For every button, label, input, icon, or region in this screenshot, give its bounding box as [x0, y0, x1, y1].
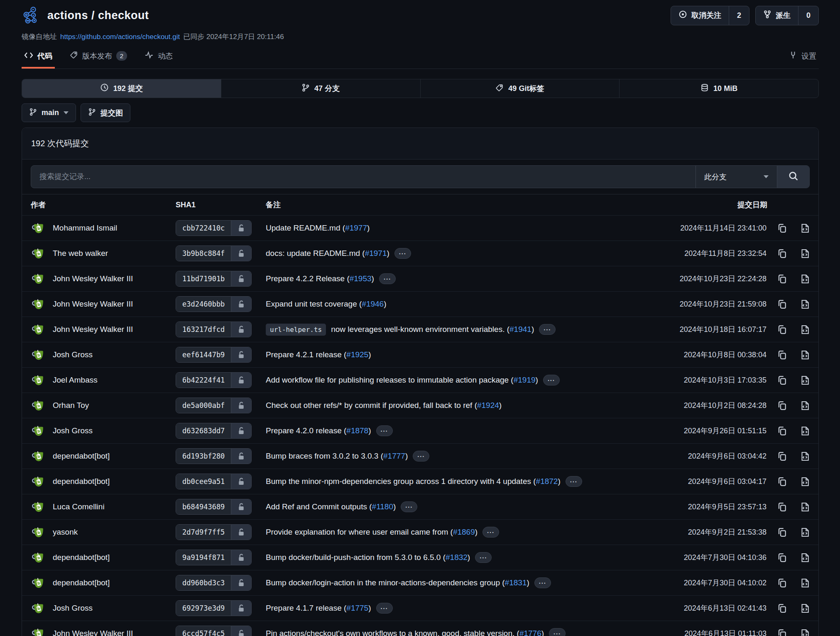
expand-commit-button[interactable]: ··· [394, 248, 411, 259]
commit-message-link[interactable]: Check out other refs/* by commit if prov… [266, 401, 502, 410]
expand-commit-button[interactable]: ··· [543, 375, 560, 386]
browse-source-button[interactable] [800, 476, 810, 487]
commit-message-link[interactable]: Update README.md (#1977) [266, 223, 370, 233]
tab-activity[interactable]: 动态 [142, 47, 175, 69]
copy-sha-button[interactable] [777, 223, 787, 233]
commit-message-link[interactable]: Bump the minor-npm-dependencies group ac… [266, 477, 561, 486]
commit-message-link[interactable]: Pin actions/checkout's own workflows to … [266, 629, 544, 636]
unwatch-button[interactable]: 取消关注 [671, 6, 729, 25]
copy-sha-button[interactable] [777, 553, 787, 563]
pr-link[interactable]: #1925 [346, 350, 368, 359]
commit-message-link[interactable]: Prepare 4.1.7 release (#1775) [266, 604, 371, 613]
commit-message-link[interactable]: now leverages well-known environment var… [331, 325, 534, 334]
pr-link[interactable]: #1180 [372, 502, 393, 511]
copy-sha-button[interactable] [777, 476, 787, 487]
pr-link[interactable]: #1919 [514, 376, 536, 384]
tab-code[interactable]: 代码 [22, 48, 55, 69]
commit-sha-badge[interactable]: 9a9194f871 [176, 550, 252, 565]
pr-link[interactable]: #1971 [365, 249, 387, 258]
copy-sha-button[interactable] [777, 400, 787, 411]
pr-link[interactable]: #1941 [509, 325, 531, 334]
browse-source-button[interactable] [800, 553, 810, 563]
mirror-url-link[interactable]: https://github.com/actions/checkout.git [60, 33, 180, 41]
expand-commit-button[interactable]: ··· [482, 527, 499, 538]
commit-author-cell[interactable]: b dependabot[bot] [31, 550, 176, 565]
browse-source-button[interactable] [800, 350, 810, 360]
pr-link[interactable]: #1831 [505, 578, 527, 587]
commit-message-link[interactable]: Add Ref and Commit outputs (#1180) [266, 502, 396, 511]
expand-commit-button[interactable]: ··· [376, 603, 393, 614]
tab-releases[interactable]: 版本发布 2 [67, 47, 130, 69]
commit-author-cell[interactable]: b yasonk [31, 524, 176, 540]
browse-source-button[interactable] [800, 527, 810, 538]
stat-branches[interactable]: 47 分支 [221, 79, 420, 98]
pr-link[interactable]: #1878 [346, 426, 368, 435]
copy-sha-button[interactable] [777, 502, 787, 512]
copy-sha-button[interactable] [777, 451, 787, 462]
commit-author-cell[interactable]: b John Wesley Walker III [31, 296, 176, 312]
commit-sha-badge[interactable]: 11bd71901b [176, 271, 252, 287]
commit-author-cell[interactable]: b John Wesley Walker III [31, 271, 176, 287]
pr-link[interactable]: #1953 [350, 274, 372, 283]
branch-filter-select[interactable]: 此分支 [696, 166, 777, 188]
commit-sha-badge[interactable]: 6ccd57f4c5 [176, 626, 252, 636]
commit-sha-badge[interactable]: e3d2460bbb [176, 296, 252, 312]
browse-source-button[interactable] [800, 451, 810, 462]
commit-message-link[interactable]: Provide explanation for where user email… [266, 528, 478, 537]
commit-author-cell[interactable]: b dependabot[bot] [31, 575, 176, 591]
copy-sha-button[interactable] [777, 426, 787, 436]
commit-sha-badge[interactable]: 6b42224f41 [176, 372, 252, 388]
commit-message-link[interactable]: Prepare 4.2.2 Release (#1953) [266, 274, 374, 283]
commit-sha-badge[interactable]: 2d7d9f7ff5 [176, 524, 252, 540]
pr-link[interactable]: #1946 [362, 300, 384, 308]
commit-author-cell[interactable]: b Luca Comellini [31, 499, 176, 515]
commit-sha-badge[interactable]: db0cee9a51 [176, 474, 252, 489]
pr-link[interactable]: #1776 [519, 629, 541, 636]
browse-source-button[interactable] [800, 629, 810, 636]
commit-message-link[interactable]: Bump docker/login-action in the minor-ac… [266, 578, 529, 587]
commit-sha-badge[interactable]: 6d193bf280 [176, 448, 252, 464]
commit-author-cell[interactable]: b dependabot[bot] [31, 448, 176, 464]
commit-sha-badge[interactable]: cbb722410c [176, 220, 252, 236]
commit-sha-badge[interactable]: 692973e3d9 [176, 600, 252, 616]
pr-link[interactable]: #1775 [346, 604, 368, 612]
expand-commit-button[interactable]: ··· [549, 628, 566, 636]
pr-link[interactable]: #1872 [536, 477, 558, 486]
commit-sha-badge[interactable]: dd960bd3c3 [176, 575, 252, 591]
commit-author-cell[interactable]: b The web walker [31, 246, 176, 261]
browse-source-button[interactable] [800, 274, 810, 284]
expand-commit-button[interactable]: ··· [376, 425, 393, 436]
expand-commit-button[interactable]: ··· [539, 324, 556, 335]
fork-button[interactable]: 派生 [756, 6, 798, 25]
copy-sha-button[interactable] [777, 527, 787, 538]
pr-link[interactable]: #1924 [477, 401, 499, 410]
branch-selector[interactable]: main [22, 103, 76, 122]
expand-commit-button[interactable]: ··· [566, 476, 582, 487]
commit-author-cell[interactable]: b Josh Gross [31, 347, 176, 363]
expand-commit-button[interactable]: ··· [534, 577, 551, 588]
repo-title[interactable]: actions / checkout [47, 9, 149, 22]
commit-author-cell[interactable]: b Orhan Toy [31, 398, 176, 413]
commit-graph-button[interactable]: 提交图 [81, 103, 130, 122]
browse-source-button[interactable] [800, 248, 810, 259]
commit-author-cell[interactable]: b Josh Gross [31, 423, 176, 439]
commit-search-input[interactable] [31, 166, 696, 188]
pr-link[interactable]: #1977 [345, 223, 367, 232]
commit-message-link[interactable]: Expand unit test coverage (#1946) [266, 300, 386, 309]
watchers-count[interactable]: 2 [729, 6, 749, 25]
pr-link[interactable]: #1777 [383, 452, 405, 460]
stat-size[interactable]: 10 MiB [619, 79, 818, 98]
browse-source-button[interactable] [800, 400, 810, 411]
browse-source-button[interactable] [800, 324, 810, 335]
stat-commits[interactable]: 192 提交 [22, 79, 221, 98]
commit-message-link[interactable]: Prepare 4.2.1 release (#1925) [266, 350, 371, 359]
expand-commit-button[interactable]: ··· [401, 501, 417, 512]
browse-source-button[interactable] [800, 578, 810, 588]
commit-author-cell[interactable]: b Josh Gross [31, 600, 176, 616]
browse-source-button[interactable] [800, 223, 810, 233]
copy-sha-button[interactable] [777, 324, 787, 335]
browse-source-button[interactable] [800, 603, 810, 614]
commit-sha-badge[interactable]: 163217dfcd [176, 322, 252, 337]
copy-sha-button[interactable] [777, 578, 787, 588]
pr-link[interactable]: #1869 [453, 528, 475, 536]
